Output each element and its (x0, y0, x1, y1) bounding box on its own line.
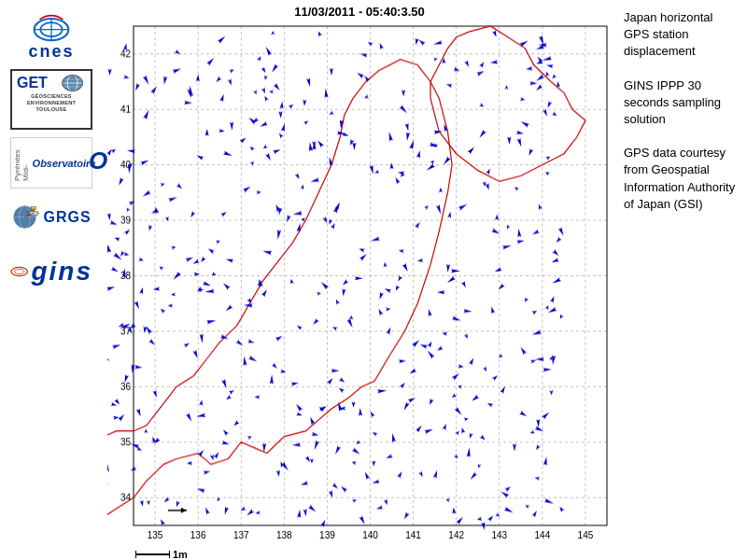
map-container: 11/03/2011 - 05:40:3.50 1m (103, 0, 616, 560)
gins-info: GINS IPPP 30 seconds sampling solution (624, 77, 740, 129)
omp-logo: Midi-Pyrénées Observatoire O MP (10, 137, 92, 189)
gins-text: gins (31, 257, 92, 287)
gins-logo: gins (10, 245, 92, 297)
main-container: cnes GET GÉOSCIENCESENVIRONNEMENTTOULOUS… (0, 0, 747, 560)
gps-data-info: GPS data courtesy from Geospatial Inform… (624, 145, 740, 213)
map-canvas (107, 21, 612, 546)
svg-point-19 (15, 269, 24, 273)
right-panel: Japan horizontal GPS station displacemen… (616, 0, 747, 560)
map-title: 11/03/2011 - 05:40:3.50 (103, 5, 616, 19)
scale-bar: 1m (103, 546, 616, 560)
svg-point-18 (11, 267, 27, 275)
grgs-text: GRGS (43, 209, 91, 226)
get-text: GET (17, 75, 48, 91)
get-subtext: GÉOSCIENCESENVIRONNEMENTTOULOUSE (27, 93, 76, 113)
grgs-logo: GRGS (10, 196, 92, 238)
displacement-info: Japan horizontal GPS station displacemen… (624, 9, 740, 61)
cnes-logo: cnes (9, 9, 93, 62)
get-logo: GET GÉOSCIENCESENVIRONNEMENTTOULOUSE (10, 69, 92, 130)
scale-label: 1m (173, 549, 188, 560)
map-area (107, 21, 612, 546)
left-panel: cnes GET GÉOSCIENCESENVIRONNEMENTTOULOUS… (0, 0, 103, 560)
cnes-text: cnes (28, 42, 74, 62)
